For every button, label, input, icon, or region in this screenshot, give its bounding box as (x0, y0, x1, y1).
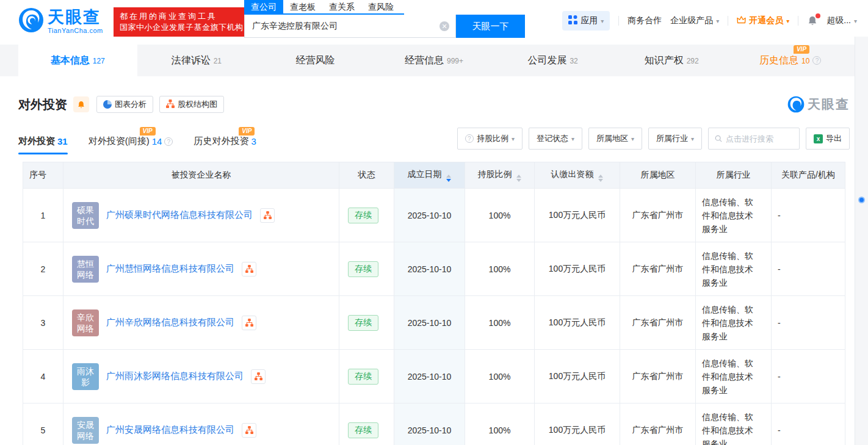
tab-operating-info[interactable]: 经营信息999+ (375, 45, 494, 76)
filter-industry[interactable]: 所属行业 ▾ (648, 128, 702, 150)
related-products: - (772, 242, 845, 296)
table-search-input[interactable] (726, 134, 793, 143)
search-icon (715, 134, 722, 143)
search-button[interactable]: 天眼一下 (456, 15, 525, 38)
company-link[interactable]: 广州雨沐影网络信息科技有限公司 (106, 371, 244, 382)
subscribed-capital: 100万元人民币 (535, 350, 620, 403)
search-tab-company[interactable]: 查公司 (244, 0, 283, 13)
subscribed-capital: 100万元人民币 (535, 242, 620, 296)
sort-icon[interactable] (446, 175, 451, 182)
tab-operating-risk[interactable]: 经营风险 (256, 45, 375, 76)
company-avatar: 辛欣网络 (72, 309, 99, 336)
filter-registration-status[interactable]: 登记状态 ▾ (529, 128, 582, 150)
org-chart-icon (166, 99, 175, 110)
col-header-subscribed-capital[interactable]: 认缴出资额 (535, 162, 620, 189)
export-button[interactable]: x 导出 (806, 128, 850, 150)
main-content: 对外投资 图表分析 (0, 95, 868, 445)
tab-basic-info[interactable]: 基本信息127 (18, 45, 137, 76)
investment-table: 序号 被投资企业名称 状态 成立日期 持股比例 认缴出资额 (23, 162, 845, 445)
industry: 信息传输、软件和信息技术服务业 (696, 403, 772, 445)
equity-structure-icon[interactable] (251, 369, 266, 384)
scrollbar[interactable] (855, 37, 868, 445)
nav-account[interactable]: 超级... ▾ (826, 15, 857, 26)
tab-intellectual-property[interactable]: 知识产权292 (612, 45, 731, 76)
tab-company-development[interactable]: 公司发展32 (493, 45, 612, 76)
chart-analysis-button[interactable]: 图表分析 (96, 96, 153, 113)
status-badge: 存续 (348, 422, 378, 438)
help-icon[interactable]: ? (164, 137, 173, 146)
tab-history-info[interactable]: 历史信息 VIP 10 ? (731, 45, 850, 76)
tianyancha-logo[interactable]: 天眼查 TianYanCha.com (18, 7, 103, 35)
filter-region[interactable]: 所属地区 ▾ (588, 128, 642, 150)
nav-business-cooperation[interactable]: 商务合作 (627, 15, 662, 26)
shareholding-ratio: 100% (465, 242, 535, 296)
chevron-down-icon: ▾ (691, 136, 694, 142)
related-products: - (772, 189, 845, 242)
region: 广东省广州市 (620, 403, 696, 445)
search-tab-risk[interactable]: 查风险 (361, 0, 400, 13)
bell-icon (77, 100, 85, 109)
equity-structure-icon[interactable] (242, 316, 256, 330)
sort-icon[interactable] (516, 175, 521, 182)
section-header: 对外投资 图表分析 (18, 95, 850, 114)
subscribed-capital: 100万元人民币 (535, 403, 620, 445)
tianyancha-logo-icon (787, 96, 805, 113)
chevron-down-icon: ▾ (786, 18, 789, 24)
related-products: - (772, 350, 845, 403)
subscribe-bell-button[interactable] (73, 96, 89, 112)
subsection-toolbar: 对外投资 31 对外投资(间接) VIP 14 ? 历史对外投资 VIP (18, 128, 850, 154)
promo-line1: 都在用的商业查询工具 (120, 11, 244, 22)
nav-enterprise-products[interactable]: 企业级产品 ▾ (670, 15, 719, 26)
clear-search-icon[interactable]: ✕ (439, 21, 449, 31)
notifications-bell[interactable] (807, 15, 818, 26)
row-index: 5 (23, 403, 63, 445)
vip-badge: VIP (794, 45, 809, 54)
subtab-outbound-investment[interactable]: 对外投资 31 (18, 136, 68, 154)
equity-structure-icon[interactable] (242, 423, 256, 438)
page: 天眼查 TianYanCha.com 都在用的商业查询工具 国家中小企业发展子基… (0, 0, 868, 445)
table-row: 1 硕果时代 广州硕果时代网络信息科技有限公司 存续 2 (23, 189, 845, 242)
company-avatar: 慧恒网络 (72, 256, 99, 283)
search-tabs: 查公司 查老板 查关系 查风险 (244, 0, 404, 15)
table-search-box[interactable] (708, 128, 800, 150)
col-header-industry: 所属行业 (696, 162, 772, 189)
company-tab-strip: 基本信息127 法律诉讼21 经营风险 经营信息999+ 公司发展32 知识产权… (0, 45, 868, 76)
region: 广东省广州市 (620, 350, 696, 403)
logo-title: 天眼查 (48, 9, 103, 26)
help-icon: ? (465, 134, 474, 143)
company-avatar: 硕果时代 (72, 202, 99, 229)
equity-structure-icon[interactable] (242, 262, 256, 277)
col-header-established-date[interactable]: 成立日期 (394, 162, 465, 189)
equity-structure-icon[interactable] (260, 208, 275, 223)
logo-subtitle: TianYanCha.com (48, 27, 103, 34)
col-header-status: 状态 (339, 162, 394, 189)
help-icon[interactable]: ? (812, 56, 821, 65)
company-link[interactable]: 广州慧恒网络信息科技有限公司 (106, 263, 234, 275)
notification-dot (816, 13, 820, 18)
sort-icon[interactable] (598, 175, 603, 182)
company-link[interactable]: 广州辛欣网络信息科技有限公司 (106, 317, 234, 328)
subtab-historical-investment[interactable]: 历史对外投资 VIP 3 (193, 136, 256, 154)
subtab-indirect-investment[interactable]: 对外投资(间接) VIP 14 ? (89, 136, 173, 154)
table-row: 2 慧恒网络 广州慧恒网络信息科技有限公司 存续 202 (23, 242, 845, 296)
table-row: 3 辛欣网络 广州辛欣网络信息科技有限公司 存续 202 (23, 296, 845, 350)
row-index: 2 (23, 242, 63, 296)
table-header-row: 序号 被投资企业名称 状态 成立日期 持股比例 认缴出资额 (23, 162, 845, 189)
search-tab-boss[interactable]: 查老板 (283, 0, 322, 13)
excel-icon: x (814, 134, 823, 143)
scroll-indicator-dot[interactable] (858, 197, 865, 203)
col-header-region: 所属地区 (620, 162, 696, 189)
equity-structure-button[interactable]: 股权结构图 (159, 96, 224, 113)
search-tab-relation[interactable]: 查关系 (322, 0, 361, 13)
col-header-shareholding-ratio[interactable]: 持股比例 (465, 162, 535, 189)
divider (798, 16, 798, 26)
tab-legal-proceedings[interactable]: 法律诉讼21 (137, 45, 256, 76)
company-link[interactable]: 广州安晟网络信息科技有限公司 (106, 424, 234, 436)
company-link[interactable]: 广州硕果时代网络信息科技有限公司 (106, 209, 253, 221)
filter-shareholding-ratio[interactable]: ? 持股比例 ▾ (457, 128, 523, 150)
nav-apps[interactable]: 应用 ▾ (562, 11, 610, 31)
nav-open-vip[interactable]: 开通会员 ▾ (737, 15, 789, 26)
row-index: 3 (23, 296, 63, 350)
chevron-down-icon: ▾ (631, 136, 634, 142)
search-input[interactable] (245, 15, 455, 37)
